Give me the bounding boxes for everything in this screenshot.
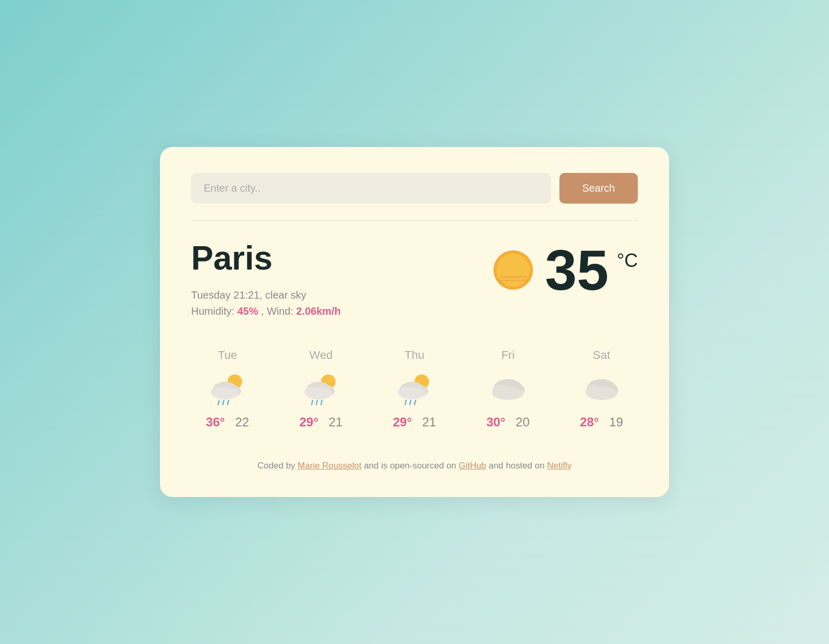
temp-low-tue: 22 [235, 415, 249, 430]
forecast-icon-tue [207, 370, 248, 407]
main-weather: Paris Tuesday 21:21, clear sky Humidity:… [191, 242, 638, 317]
forecast-icon-wed [300, 370, 342, 407]
day-label-wed: Wed [310, 348, 333, 362]
humidity-label: Humidity: [191, 305, 234, 317]
forecast-temps-sat: 28° 19 [580, 415, 623, 430]
forecast-day-wed: Wed 29° 21 [285, 348, 357, 430]
temp-high-thu: 29° [393, 415, 412, 430]
svg-line-27 [414, 400, 416, 405]
temp-low-thu: 21 [422, 415, 436, 430]
temp-high-wed: 29° [300, 415, 318, 430]
forecast-temps-fri: 30° 20 [487, 415, 530, 430]
footer-text-middle: and is open-sourced on [362, 461, 459, 471]
svg-line-11 [228, 400, 229, 405]
forecast-day-fri: Fri 30° 20 [472, 348, 544, 430]
forecast-temps-thu: 29° 21 [393, 415, 436, 430]
temp-low-sat: 19 [609, 415, 623, 430]
forecast-temps-tue: 36° 22 [206, 415, 249, 430]
footer: Coded by Marie Rousselot and is open-sou… [191, 461, 638, 471]
temp-low-fri: 20 [516, 415, 530, 430]
svg-line-17 [312, 400, 313, 405]
wind-label: , Wind: [261, 305, 297, 317]
temperature-unit: °C [617, 250, 638, 272]
forecast-day-sat: Sat 28° 19 [565, 348, 638, 430]
weather-stats: Humidity: 45% , Wind: 2.06km/h [191, 305, 490, 317]
footer-author-link[interactable]: Marie Rousselot [298, 461, 362, 471]
sun-icon [490, 247, 537, 293]
city-name: Paris [191, 242, 490, 275]
search-row: Search [191, 173, 638, 221]
svg-line-9 [218, 400, 219, 405]
svg-point-16 [305, 387, 332, 399]
forecast-icon-thu [394, 370, 435, 407]
forecast-section: Tue 36° 22 Wed [191, 348, 638, 430]
svg-line-25 [405, 400, 406, 405]
svg-line-10 [223, 400, 224, 405]
svg-point-24 [398, 387, 425, 399]
svg-point-35 [586, 386, 617, 400]
svg-point-8 [211, 387, 238, 399]
forecast-day-tue: Tue 36° 22 [191, 348, 264, 430]
svg-point-1 [497, 253, 530, 287]
search-input[interactable] [191, 173, 551, 204]
forecast-icon-fri [487, 370, 529, 407]
day-label-sat: Sat [593, 348, 610, 362]
weather-description: Tuesday 21:21, clear sky [191, 289, 490, 301]
temp-high-fri: 30° [487, 415, 505, 430]
temperature-display: 35 °C [490, 242, 638, 299]
svg-line-19 [321, 400, 322, 405]
footer-github-link[interactable]: GitHub [459, 461, 486, 471]
footer-text-before: Coded by [258, 461, 298, 471]
humidity-value: 45% [237, 305, 258, 317]
footer-hosting-link[interactable]: Netifly [547, 461, 571, 471]
day-label-thu: Thu [405, 348, 424, 362]
temp-high-tue: 36° [206, 415, 225, 430]
temp-low-wed: 21 [329, 415, 343, 430]
day-label-tue: Tue [218, 348, 237, 362]
forecast-day-thu: Thu 29° 21 [378, 348, 451, 430]
footer-text-after: and hosted on [486, 461, 547, 471]
svg-line-18 [316, 400, 317, 405]
wind-value: 2.06km/h [296, 305, 341, 317]
city-info: Paris Tuesday 21:21, clear sky Humidity:… [191, 242, 490, 317]
temp-high-sat: 28° [580, 415, 599, 430]
day-label-fri: Fri [501, 348, 515, 362]
forecast-icon-sat [581, 370, 622, 407]
unit-label: °C [617, 250, 638, 271]
forecast-temps-wed: 29° 21 [300, 415, 343, 430]
svg-line-26 [410, 400, 411, 405]
svg-point-31 [492, 386, 524, 400]
search-button[interactable]: Search [559, 173, 638, 204]
weather-card: Search Paris Tuesday 21:21, clear sky Hu… [160, 147, 669, 497]
temperature-number: 35 [545, 242, 608, 299]
